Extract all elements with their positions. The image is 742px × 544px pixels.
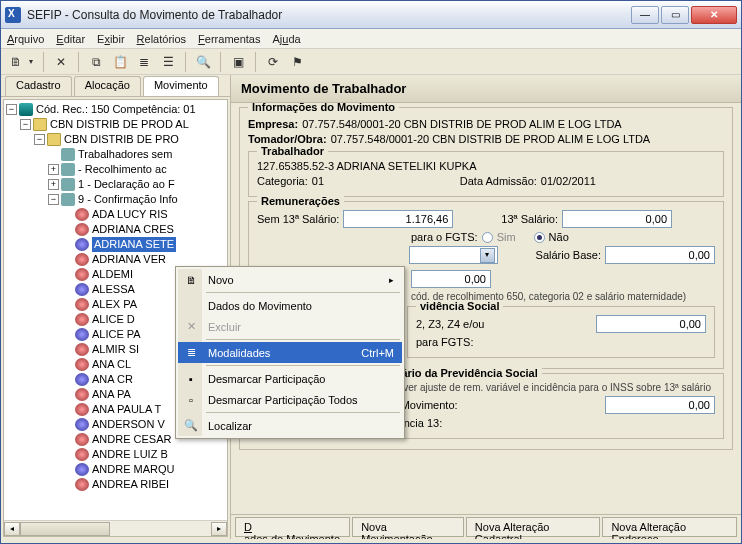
- toolbar-new-drop[interactable]: ▾: [29, 57, 37, 66]
- radio-sim[interactable]: [482, 232, 493, 243]
- tree-node-icon: [75, 253, 89, 266]
- tree-worker[interactable]: ADA LUCY RIS: [6, 207, 227, 222]
- menu-arquivo[interactable]: Arquivo: [7, 33, 44, 45]
- horizontal-scrollbar[interactable]: ◂ ▸: [4, 520, 227, 536]
- toolbar-refresh-icon[interactable]: ⟳: [262, 51, 284, 73]
- radio-nao[interactable]: [534, 232, 545, 243]
- delete-icon: ✕: [183, 320, 199, 333]
- btab-dados[interactable]: Dados do Movimento: [235, 517, 350, 537]
- ctx-desmarcar[interactable]: ▪ Desmarcar Participação: [178, 368, 402, 389]
- sem13-input[interactable]: [343, 210, 453, 228]
- toolbar-new-icon[interactable]: 🗎: [5, 51, 27, 73]
- chevron-down-icon: ▾: [480, 248, 495, 263]
- tree-worker[interactable]: ANDREA RIBEI: [6, 477, 227, 492]
- tree-worker[interactable]: ANDRE MARQU: [6, 462, 227, 477]
- tree-node-label: ALMIR SI: [92, 342, 139, 357]
- tree-node-label: ANDREA RIBEI: [92, 477, 169, 492]
- tree-node-icon: [75, 208, 89, 221]
- categoria-label: Categoria:: [257, 175, 308, 187]
- menu-exibir[interactable]: Exibir: [97, 33, 125, 45]
- list-icon: ≣: [183, 346, 199, 359]
- context-menu: 🗎 Novo▸ Dados do Movimento ✕ Excluir ≣ M…: [175, 266, 405, 439]
- tree-node-icon: [61, 148, 75, 161]
- menu-relatorios[interactable]: Relatórios: [137, 33, 187, 45]
- tree-node-icon: [75, 343, 89, 356]
- tree-node-label: ALDEMI: [92, 267, 133, 282]
- toolbar-find-icon[interactable]: 🔍: [192, 51, 214, 73]
- scrollbar-arrow-left[interactable]: ◂: [4, 522, 20, 536]
- minimize-button[interactable]: —: [631, 6, 659, 24]
- maximize-button[interactable]: ▭: [661, 6, 689, 24]
- document-icon: 🗎: [183, 274, 199, 286]
- tree-node-icon: [75, 283, 89, 296]
- extra-input[interactable]: [411, 270, 491, 288]
- data-admissao-label: Data Admissão:: [460, 175, 537, 187]
- tree-expander-icon[interactable]: −: [20, 119, 31, 130]
- tree-worker[interactable]: ANDRE LUIZ B: [6, 447, 227, 462]
- toolbar-delete-icon[interactable]: ✕: [50, 51, 72, 73]
- prev-input[interactable]: [596, 315, 706, 333]
- tree-worker[interactable]: ADRIANA SETE: [6, 237, 227, 252]
- scrollbar-arrow-right[interactable]: ▸: [211, 522, 227, 536]
- tree-root[interactable]: −Cód. Rec.: 150 Competência: 01: [6, 102, 227, 117]
- tree-expander-icon[interactable]: −: [34, 134, 45, 145]
- ctx-excluir: ✕ Excluir: [178, 316, 402, 337]
- bottom-tabs: Dados do Movimento Nova Movimentação Nov…: [231, 514, 741, 539]
- group-trabalhador: Trabalhador 127.65385.52-3 ADRIANA SETEL…: [248, 151, 724, 197]
- tree-node-icon: [75, 298, 89, 311]
- tree-branch-rec[interactable]: +- Recolhimento ac: [6, 162, 227, 177]
- tree-expander-icon[interactable]: −: [48, 194, 59, 205]
- tree-branch-decl[interactable]: +1 - Declaração ao F: [6, 177, 227, 192]
- window-title: SEFIP - Consulta do Movimento de Trabalh…: [27, 8, 631, 22]
- tree-branch-conf[interactable]: −9 - Confirmação Info: [6, 192, 227, 207]
- toolbar-flag-icon[interactable]: ⚑: [286, 51, 308, 73]
- tree-empresa[interactable]: −CBN DISTRIB DE PROD AL: [6, 117, 227, 132]
- toolbar-sort-icon[interactable]: ≣: [133, 51, 155, 73]
- menu-ajuda[interactable]: Ajuda: [272, 33, 300, 45]
- tree-branch-trab[interactable]: Trabalhadores sem: [6, 147, 227, 162]
- ref-comp-input[interactable]: [605, 396, 715, 414]
- tree-expander-icon[interactable]: +: [48, 179, 59, 190]
- tab-alocacao[interactable]: Alocação: [74, 76, 141, 96]
- menu-editar[interactable]: Editar: [56, 33, 85, 45]
- menu-ferramentas[interactable]: Ferramentas: [198, 33, 260, 45]
- ctx-dados[interactable]: Dados do Movimento: [178, 295, 402, 316]
- menubar: Arquivo Editar Exibir Relatórios Ferrame…: [1, 29, 741, 49]
- toolbar-cube-icon[interactable]: ▣: [227, 51, 249, 73]
- toolbar-paste-icon[interactable]: 📋: [109, 51, 131, 73]
- radio-sim-label: Sim: [497, 231, 516, 243]
- tree-node-label: ALICE PA: [92, 327, 141, 342]
- tree-node-label: ANDRE LUIZ B: [92, 447, 168, 462]
- tree-node-label: 9 - Confirmação Info: [78, 192, 178, 207]
- tomador-label: Tomador/Obra:: [248, 133, 327, 145]
- trab-id: 127.65385.52-3 ADRIANA SETELIKI KUPKA: [257, 160, 477, 172]
- ctx-modalidades[interactable]: ≣ Modalidades Ctrl+M: [178, 342, 402, 363]
- tree-node-label: Cód. Rec.: 150 Competência: 01: [36, 102, 196, 117]
- sal13-input[interactable]: [562, 210, 672, 228]
- toolbar-list-icon[interactable]: ☰: [157, 51, 179, 73]
- close-button[interactable]: ✕: [691, 6, 737, 24]
- group-rem-label: Remunerações: [257, 195, 344, 207]
- salbase-input[interactable]: [605, 246, 715, 264]
- tree-node-label: ANDRE MARQU: [92, 462, 175, 477]
- toolbar-copy-icon[interactable]: ⧉: [85, 51, 107, 73]
- ctx-localizar[interactable]: 🔍 Localizar: [178, 415, 402, 436]
- tree-node-label: CBN DISTRIB DE PROD AL: [50, 117, 189, 132]
- btab-nova-mov[interactable]: Nova Movimentação: [352, 517, 464, 537]
- tab-cadastro[interactable]: Cadastro: [5, 76, 72, 96]
- prev-s2: 2, Z3, Z4 e/ou: [416, 318, 484, 330]
- tree-tomador[interactable]: −CBN DISTRIB DE PRO: [6, 132, 227, 147]
- scrollbar-thumb[interactable]: [20, 522, 110, 536]
- tree-expander-icon[interactable]: −: [6, 104, 17, 115]
- ctx-novo[interactable]: 🗎 Novo▸: [178, 269, 402, 290]
- tree-worker[interactable]: ADRIANA CRES: [6, 222, 227, 237]
- btab-nova-alt-cad[interactable]: Nova Alteração Cadastral: [466, 517, 601, 537]
- panel-title: Movimento de Trabalhador: [231, 75, 741, 103]
- tree-expander-icon[interactable]: +: [48, 164, 59, 175]
- ctx-desmarcar-todos[interactable]: ▫ Desmarcar Participação Todos: [178, 389, 402, 410]
- group-trab-label: Trabalhador: [257, 145, 328, 157]
- tree-worker[interactable]: ADRIANA VER: [6, 252, 227, 267]
- tab-movimento[interactable]: Movimento: [143, 76, 219, 96]
- btab-nova-alt-end[interactable]: Nova Alteração Endereço: [602, 517, 737, 537]
- ocorrencia-select[interactable]: ▾: [409, 246, 498, 264]
